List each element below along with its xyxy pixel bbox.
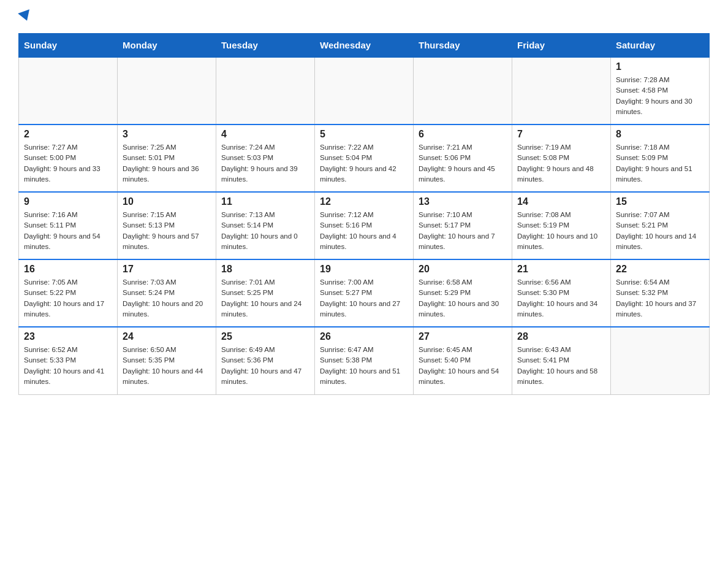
- logo: [18, 12, 32, 22]
- day-number: 9: [24, 196, 112, 207]
- weekday-header-sunday: Sunday: [19, 34, 118, 58]
- weekday-header-monday: Monday: [118, 34, 216, 58]
- weekday-header-wednesday: Wednesday: [315, 34, 414, 58]
- day-number: 7: [517, 129, 605, 140]
- day-number: 19: [320, 264, 408, 275]
- calendar-cell: 1Sunrise: 7:28 AMSunset: 4:58 PMDaylight…: [611, 57, 710, 124]
- calendar-cell: [512, 57, 611, 124]
- day-info: Sunrise: 7:03 AMSunset: 5:24 PMDaylight:…: [123, 277, 211, 320]
- calendar-cell: 6Sunrise: 7:21 AMSunset: 5:06 PMDaylight…: [414, 124, 512, 192]
- calendar-cell: 10Sunrise: 7:15 AMSunset: 5:13 PMDayligh…: [118, 192, 216, 259]
- day-info: Sunrise: 7:16 AMSunset: 5:11 PMDaylight:…: [24, 210, 112, 252]
- day-number: 13: [419, 196, 507, 207]
- calendar-cell: 3Sunrise: 7:25 AMSunset: 5:01 PMDaylight…: [118, 124, 216, 192]
- day-info: Sunrise: 6:58 AMSunset: 5:29 PMDaylight:…: [419, 277, 507, 320]
- day-info: Sunrise: 7:05 AMSunset: 5:22 PMDaylight:…: [24, 277, 112, 320]
- calendar-week-row: 1Sunrise: 7:28 AMSunset: 4:58 PMDaylight…: [19, 57, 710, 124]
- calendar-cell: 19Sunrise: 7:00 AMSunset: 5:27 PMDayligh…: [315, 259, 414, 327]
- calendar-cell: 4Sunrise: 7:24 AMSunset: 5:03 PMDaylight…: [216, 124, 315, 192]
- day-info: Sunrise: 7:27 AMSunset: 5:00 PMDaylight:…: [24, 142, 112, 185]
- day-info: Sunrise: 7:08 AMSunset: 5:19 PMDaylight:…: [517, 210, 605, 252]
- day-info: Sunrise: 7:00 AMSunset: 5:27 PMDaylight:…: [320, 277, 408, 320]
- day-number: 21: [517, 264, 605, 275]
- calendar-cell: 21Sunrise: 6:56 AMSunset: 5:30 PMDayligh…: [512, 259, 611, 327]
- day-number: 4: [221, 129, 309, 140]
- day-info: Sunrise: 7:19 AMSunset: 5:08 PMDaylight:…: [517, 142, 605, 185]
- calendar-header-row: SundayMondayTuesdayWednesdayThursdayFrid…: [19, 34, 710, 58]
- calendar-cell: 24Sunrise: 6:50 AMSunset: 5:35 PMDayligh…: [118, 327, 216, 394]
- day-number: 11: [221, 196, 309, 207]
- day-info: Sunrise: 7:21 AMSunset: 5:06 PMDaylight:…: [419, 142, 507, 185]
- calendar-cell: 9Sunrise: 7:16 AMSunset: 5:11 PMDaylight…: [19, 192, 118, 259]
- calendar-week-row: 9Sunrise: 7:16 AMSunset: 5:11 PMDaylight…: [19, 192, 710, 259]
- weekday-header-saturday: Saturday: [611, 34, 710, 58]
- calendar-cell: 16Sunrise: 7:05 AMSunset: 5:22 PMDayligh…: [19, 259, 118, 327]
- calendar-cell: [216, 57, 315, 124]
- calendar-cell: 26Sunrise: 6:47 AMSunset: 5:38 PMDayligh…: [315, 327, 414, 394]
- calendar-cell: 22Sunrise: 6:54 AMSunset: 5:32 PMDayligh…: [611, 259, 710, 327]
- calendar-cell: 14Sunrise: 7:08 AMSunset: 5:19 PMDayligh…: [512, 192, 611, 259]
- day-info: Sunrise: 6:50 AMSunset: 5:35 PMDaylight:…: [123, 345, 211, 387]
- calendar-cell: 20Sunrise: 6:58 AMSunset: 5:29 PMDayligh…: [414, 259, 512, 327]
- calendar-cell: 13Sunrise: 7:10 AMSunset: 5:17 PMDayligh…: [414, 192, 512, 259]
- day-number: 18: [221, 264, 309, 275]
- calendar-cell: 8Sunrise: 7:18 AMSunset: 5:09 PMDaylight…: [611, 124, 710, 192]
- day-info: Sunrise: 7:25 AMSunset: 5:01 PMDaylight:…: [123, 142, 211, 185]
- day-number: 1: [616, 61, 704, 72]
- calendar-cell: 27Sunrise: 6:45 AMSunset: 5:40 PMDayligh…: [414, 327, 512, 394]
- calendar-cell: [315, 57, 414, 124]
- calendar-cell: [118, 57, 216, 124]
- page-header: [18, 12, 710, 22]
- day-number: 16: [24, 264, 112, 275]
- calendar-cell: 11Sunrise: 7:13 AMSunset: 5:14 PMDayligh…: [216, 192, 315, 259]
- calendar-week-row: 2Sunrise: 7:27 AMSunset: 5:00 PMDaylight…: [19, 124, 710, 192]
- day-info: Sunrise: 7:24 AMSunset: 5:03 PMDaylight:…: [221, 142, 309, 185]
- calendar-cell: 17Sunrise: 7:03 AMSunset: 5:24 PMDayligh…: [118, 259, 216, 327]
- calendar-cell: 2Sunrise: 7:27 AMSunset: 5:00 PMDaylight…: [19, 124, 118, 192]
- weekday-header-friday: Friday: [512, 34, 611, 58]
- day-info: Sunrise: 6:43 AMSunset: 5:41 PMDaylight:…: [517, 345, 605, 387]
- day-info: Sunrise: 6:47 AMSunset: 5:38 PMDaylight:…: [320, 345, 408, 387]
- day-number: 27: [419, 331, 507, 342]
- day-info: Sunrise: 7:07 AMSunset: 5:21 PMDaylight:…: [616, 210, 704, 252]
- calendar-cell: 12Sunrise: 7:12 AMSunset: 5:16 PMDayligh…: [315, 192, 414, 259]
- weekday-header-thursday: Thursday: [414, 34, 512, 58]
- calendar-cell: 28Sunrise: 6:43 AMSunset: 5:41 PMDayligh…: [512, 327, 611, 394]
- day-info: Sunrise: 7:12 AMSunset: 5:16 PMDaylight:…: [320, 210, 408, 252]
- day-number: 8: [616, 129, 704, 140]
- day-number: 12: [320, 196, 408, 207]
- day-number: 10: [123, 196, 211, 207]
- weekday-header-tuesday: Tuesday: [216, 34, 315, 58]
- day-info: Sunrise: 7:13 AMSunset: 5:14 PMDaylight:…: [221, 210, 309, 252]
- calendar-week-row: 16Sunrise: 7:05 AMSunset: 5:22 PMDayligh…: [19, 259, 710, 327]
- calendar-cell: 18Sunrise: 7:01 AMSunset: 5:25 PMDayligh…: [216, 259, 315, 327]
- calendar-cell: [19, 57, 118, 124]
- day-number: 23: [24, 331, 112, 342]
- calendar-cell: 7Sunrise: 7:19 AMSunset: 5:08 PMDaylight…: [512, 124, 611, 192]
- day-info: Sunrise: 6:54 AMSunset: 5:32 PMDaylight:…: [616, 277, 704, 320]
- day-info: Sunrise: 7:22 AMSunset: 5:04 PMDaylight:…: [320, 142, 408, 185]
- calendar-cell: 15Sunrise: 7:07 AMSunset: 5:21 PMDayligh…: [611, 192, 710, 259]
- day-number: 14: [517, 196, 605, 207]
- calendar-cell: 5Sunrise: 7:22 AMSunset: 5:04 PMDaylight…: [315, 124, 414, 192]
- calendar-cell: [414, 57, 512, 124]
- calendar-cell: 25Sunrise: 6:49 AMSunset: 5:36 PMDayligh…: [216, 327, 315, 394]
- day-number: 24: [123, 331, 211, 342]
- day-number: 28: [517, 331, 605, 342]
- day-info: Sunrise: 7:01 AMSunset: 5:25 PMDaylight:…: [221, 277, 309, 320]
- day-info: Sunrise: 7:10 AMSunset: 5:17 PMDaylight:…: [419, 210, 507, 252]
- day-info: Sunrise: 7:28 AMSunset: 4:58 PMDaylight:…: [616, 75, 704, 117]
- day-number: 5: [320, 129, 408, 140]
- day-number: 17: [123, 264, 211, 275]
- day-number: 20: [419, 264, 507, 275]
- logo-triangle-icon: [18, 9, 32, 23]
- day-info: Sunrise: 7:15 AMSunset: 5:13 PMDaylight:…: [123, 210, 211, 252]
- calendar-cell: [611, 327, 710, 394]
- calendar-week-row: 23Sunrise: 6:52 AMSunset: 5:33 PMDayligh…: [19, 327, 710, 394]
- day-info: Sunrise: 6:56 AMSunset: 5:30 PMDaylight:…: [517, 277, 605, 320]
- calendar-cell: 23Sunrise: 6:52 AMSunset: 5:33 PMDayligh…: [19, 327, 118, 394]
- day-info: Sunrise: 6:49 AMSunset: 5:36 PMDaylight:…: [221, 345, 309, 387]
- day-number: 2: [24, 129, 112, 140]
- day-info: Sunrise: 7:18 AMSunset: 5:09 PMDaylight:…: [616, 142, 704, 185]
- day-number: 15: [616, 196, 704, 207]
